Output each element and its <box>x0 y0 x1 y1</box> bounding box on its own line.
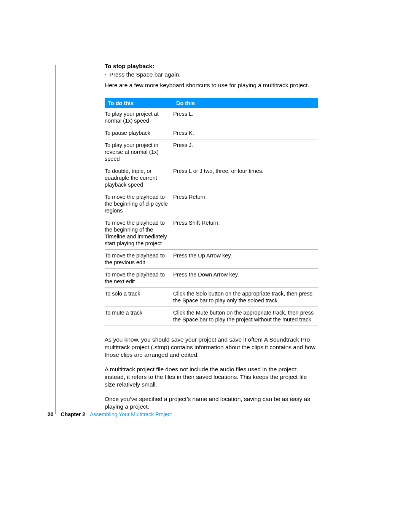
table-cell-dothis: Click the Mute button on the appropriate… <box>173 307 318 326</box>
table-cell-dothis: Press the Up Arrow key. <box>173 250 318 269</box>
table-row: To move the playhead to the previous edi… <box>105 250 318 269</box>
table-cell-dothis: Press J. <box>173 139 318 165</box>
table-header-dothis: Do this <box>173 98 318 108</box>
margin-rule <box>55 65 56 414</box>
table-cell-todo: To play your project in reverse at norma… <box>105 139 173 165</box>
table-header-todo: To do this <box>105 98 173 108</box>
table-row: To mute a track Click the Mute button on… <box>105 307 318 326</box>
table-row: To solo a track Click the Solo button on… <box>105 288 318 307</box>
table-cell-todo: To pause playback <box>105 127 173 139</box>
table-cell-todo: To play your project at normal (1x) spee… <box>105 108 173 127</box>
page-number: 20 <box>48 411 54 417</box>
body-paragraph: As you know, you should save your projec… <box>105 336 318 359</box>
chapter-label: Chapter 2 <box>61 411 86 417</box>
section-heading: To stop playback: <box>105 63 318 70</box>
table-cell-dothis: Click the Solo button on the appropriate… <box>173 288 318 307</box>
table-row: To play your project in reverse at norma… <box>105 139 318 165</box>
table-row: To move the playhead to the beginning of… <box>105 191 318 217</box>
table-cell-todo: To move the playhead to the previous edi… <box>105 250 173 269</box>
page-footer: 20 Chapter 2 Assembling Your Multitrack … <box>48 411 172 417</box>
footer-divider <box>57 411 57 417</box>
table-cell-todo: To move the playhead to the beginning of… <box>105 217 173 250</box>
body-paragraph: Once you’ve specified a project’s name a… <box>105 395 318 411</box>
table-cell-dothis: Press Return. <box>173 191 318 217</box>
table-cell-todo: To solo a track <box>105 288 173 307</box>
table-row: To move the playhead to the beginning of… <box>105 217 318 250</box>
table-cell-dothis: Press K. <box>173 127 318 139</box>
table-row: To double, triple, or quadruple the curr… <box>105 165 318 191</box>
table-cell-todo: To move the playhead to the next edit <box>105 269 173 288</box>
table-row: To play your project at normal (1x) spee… <box>105 108 318 127</box>
table-row: To pause playback Press K. <box>105 127 318 139</box>
bullet-item: ▪ Press the Space bar again. <box>105 71 318 78</box>
table-cell-todo: To mute a track <box>105 307 173 326</box>
table-cell-dothis: Press L. <box>173 108 318 127</box>
table-row: To move the playhead to the next edit Pr… <box>105 269 318 288</box>
bullet-text: Press the Space bar again. <box>110 71 181 78</box>
table-cell-dothis: Press Shift-Return. <box>173 217 318 250</box>
shortcut-table: To do this Do this To play your project … <box>105 98 318 326</box>
table-cell-todo: To double, triple, or quadruple the curr… <box>105 165 173 191</box>
intro-paragraph: Here are a few more keyboard shortcuts t… <box>105 81 318 89</box>
content-area: To stop playback: ▪ Press the Space bar … <box>105 63 318 411</box>
table-cell-dothis: Press the Down Arrow key. <box>173 269 318 288</box>
body-paragraph: A multitrack project file does not inclu… <box>105 366 318 388</box>
page-content: To stop playback: ▪ Press the Space bar … <box>55 0 360 532</box>
table-header-row: To do this Do this <box>105 98 318 108</box>
table-cell-dothis: Press L or J two, three, or four times. <box>173 165 318 191</box>
bullet-marker-icon: ▪ <box>105 71 107 78</box>
chapter-title: Assembling Your Multitrack Project <box>90 411 172 417</box>
table-cell-todo: To move the playhead to the beginning of… <box>105 191 173 217</box>
